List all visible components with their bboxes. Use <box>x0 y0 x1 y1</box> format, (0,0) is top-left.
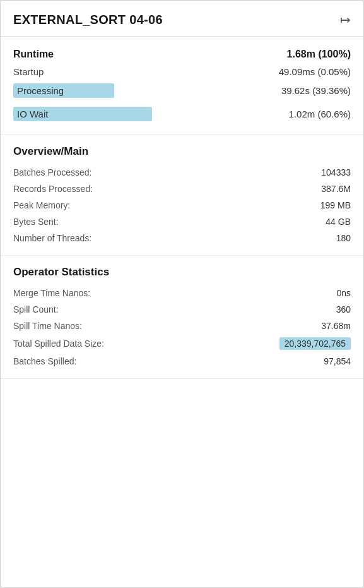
startup-row: Startup 49.09ms (0.05%) <box>13 63 351 80</box>
bytes-sent-row: Bytes Sent: 44 GB <box>13 213 351 230</box>
startup-label: Startup <box>13 66 44 77</box>
batches-spilled-label: Batches Spilled: <box>13 356 76 366</box>
page-title: EXTERNAL_SORT 04-06 <box>13 13 163 27</box>
total-spilled-value: 20,339,702,765 <box>279 337 351 350</box>
total-spilled-row: Total Spilled Data Size: 20,339,702,765 <box>13 334 351 353</box>
records-processed-label: Records Processed: <box>13 184 93 194</box>
card: EXTERNAL_SORT 04-06 ↦ Runtime 1.68m (100… <box>0 0 364 588</box>
iowait-row: IO Wait 1.02m (60.6%) <box>13 104 351 124</box>
batches-spilled-value: 97,854 <box>324 356 351 366</box>
peak-memory-label: Peak Memory: <box>13 200 70 210</box>
spill-count-value: 360 <box>336 304 351 315</box>
threads-value: 180 <box>336 233 351 243</box>
batches-processed-row: Batches Processed: 104333 <box>13 164 351 181</box>
processing-value: 39.62s (39.36%) <box>281 85 351 96</box>
records-processed-row: Records Processed: 387.6M <box>13 181 351 197</box>
startup-value: 49.09ms (0.05%) <box>279 66 351 77</box>
records-processed-value: 387.6M <box>321 184 351 194</box>
runtime-section: Runtime 1.68m (100%) Startup 49.09ms (0.… <box>1 37 363 135</box>
bytes-sent-label: Bytes Sent: <box>13 217 59 227</box>
batches-processed-label: Batches Processed: <box>13 167 92 177</box>
spill-count-label: Spill Count: <box>13 304 59 315</box>
merge-time-label: Merge Time Nanos: <box>13 288 90 298</box>
processing-row: Processing 39.62s (39.36%) <box>13 80 351 101</box>
export-icon[interactable]: ↦ <box>340 12 351 27</box>
bytes-sent-value: 44 GB <box>326 217 351 227</box>
peak-memory-value: 199 MB <box>320 200 351 210</box>
peak-memory-row: Peak Memory: 199 MB <box>13 197 351 213</box>
runtime-label: Runtime <box>13 49 54 60</box>
header: EXTERNAL_SORT 04-06 ↦ <box>1 1 363 37</box>
threads-row: Number of Threads: 180 <box>13 230 351 246</box>
processing-label: Processing <box>13 83 114 98</box>
operator-stats-title: Operator Statistics <box>13 266 351 279</box>
iowait-value: 1.02m (60.6%) <box>289 109 351 119</box>
batches-processed-value: 104333 <box>321 167 351 177</box>
overview-title: Overview/Main <box>13 145 351 158</box>
spill-time-value: 37.68m <box>321 321 351 331</box>
threads-label: Number of Threads: <box>13 233 91 243</box>
spill-count-row: Spill Count: 360 <box>13 301 351 318</box>
merge-time-row: Merge Time Nanos: 0ns <box>13 285 351 301</box>
batches-spilled-row: Batches Spilled: 97,854 <box>13 353 351 369</box>
iowait-label: IO Wait <box>13 107 152 121</box>
spill-time-label: Spill Time Nanos: <box>13 321 82 331</box>
operator-stats-section: Operator Statistics Merge Time Nanos: 0n… <box>1 256 363 379</box>
overview-section: Overview/Main Batches Processed: 104333 … <box>1 135 363 256</box>
runtime-row: Runtime 1.68m (100%) <box>13 45 351 63</box>
spill-time-row: Spill Time Nanos: 37.68m <box>13 318 351 334</box>
runtime-value: 1.68m (100%) <box>287 49 351 60</box>
total-spilled-label: Total Spilled Data Size: <box>13 339 104 349</box>
merge-time-value: 0ns <box>336 288 351 298</box>
